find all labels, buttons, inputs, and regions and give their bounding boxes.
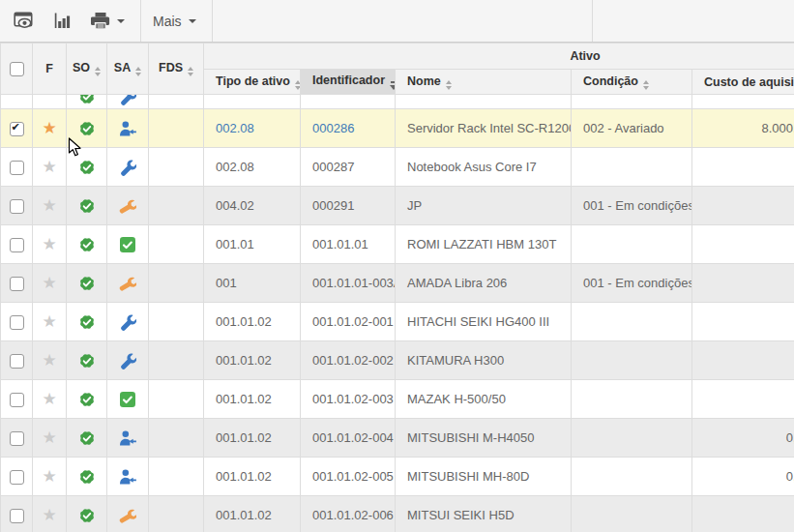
group-header-ativo: Ativo [204,44,794,70]
custo-cell [692,303,794,341]
favorite-star-icon[interactable] [42,196,56,215]
custo-cell [692,264,794,303]
condicao-cell [572,341,692,380]
tipo-cell: 001.01.02 [204,303,301,341]
sort-icon [95,67,101,76]
wrench-icon [119,352,136,369]
table-row[interactable]: 001.01.02 001.01.02-003 MAZAK H-500/50 [1,380,794,419]
mais-dropdown-button[interactable]: Mais [147,8,202,35]
toolbar-separator [212,0,213,42]
nome-cell: AMADA Libra 206 [396,264,572,303]
sort-icon [188,67,193,76]
row-checkbox[interactable] [10,509,24,523]
column-header-fds[interactable]: FDS [149,44,204,95]
condicao-cell: 001 - Em condições [572,264,692,303]
identificador-cell: 000287 [301,148,396,187]
favorite-star-icon[interactable] [42,312,56,331]
column-label: F [45,62,53,75]
column-header-so[interactable]: SO [67,44,107,95]
table-row[interactable]: 002.08 000286 Servidor Rack Intel SC-R12… [1,109,794,148]
row-checkbox[interactable] [10,122,24,136]
chart-button[interactable] [47,6,77,36]
wrench-icon [119,159,136,176]
table-row[interactable]: 004.02 000291 JP 001 - Em condições [1,187,794,225]
seal-check-icon [78,197,96,215]
seal-check-icon [78,313,96,331]
favorite-star-icon[interactable] [42,390,56,408]
condicao-cell [572,148,692,187]
table-row[interactable]: 001.01.02 001.01.02-002 KITAMURA H300 [1,341,794,380]
tipo-cell: 001.01.02 [204,380,301,419]
favorite-star-icon[interactable] [42,351,56,369]
custo-cell [692,341,794,380]
row-checkbox[interactable] [10,431,24,446]
column-header-tipo-de-ativo[interactable]: Tipo de ativo [204,70,301,95]
table-row[interactable]: 001 001.01.01-003A AMADA Libra 206 001 -… [1,264,794,303]
table-row-partial[interactable] [1,95,794,109]
favorite-star-icon[interactable] [42,506,56,524]
custo-cell [692,496,794,532]
identificador-cell: 001.01.02-006 [301,496,396,532]
column-label: FDS [159,61,183,74]
row-checkbox[interactable] [10,354,24,369]
row-checkbox[interactable] [10,277,24,291]
custo-cell [692,380,794,419]
column-header-sa[interactable]: SA [107,44,149,95]
favorite-star-icon[interactable] [42,467,56,486]
table-row[interactable]: 002.08 000287 Notebook Asus Core I7 [1,148,794,187]
print-button[interactable] [85,6,131,36]
condicao-cell [572,419,692,458]
column-header-favorite[interactable]: F [33,44,67,95]
table-row[interactable]: 001.01.02 001.01.02-004 MITSUBISHI M-H40… [1,419,794,458]
row-checkbox[interactable] [10,238,24,252]
condicao-cell [572,496,692,532]
sort-icon [135,67,141,76]
favorite-star-icon[interactable] [42,158,56,176]
row-checkbox[interactable] [10,161,24,175]
column-header-nome[interactable]: Nome [396,70,572,95]
check-square-icon [119,236,136,253]
sort-icon [643,80,649,90]
row-checkbox[interactable] [10,199,24,214]
condicao-cell: 002 - Avariado [572,109,692,148]
user-check-in-icon [119,120,136,137]
favorite-star-icon[interactable] [42,235,56,253]
tipo-cell: 001.01.02 [204,341,301,380]
favorite-star-icon[interactable] [42,274,56,292]
tipo-cell: 002.08 [204,148,301,187]
column-header-condicao[interactable]: Condição [572,70,692,95]
identificador-cell: 001.01.02-002 [301,341,396,380]
view-button[interactable] [8,6,40,36]
table-row[interactable]: 001.01 001.01.01 ROMI LAZZATI HBM 130T [1,225,794,264]
identificador-cell: 001.01.02-003 [301,380,396,419]
tipo-cell: 001.01 [204,225,301,264]
window-eye-icon [14,12,34,30]
nome-cell: JP [396,187,572,225]
seal-check-icon [78,120,96,137]
identificador-link[interactable]: 000286 [312,121,354,135]
bar-chart-icon [53,12,72,30]
table-row[interactable]: 001.01.02 001.01.02-001 HITACHI SEIKI HG… [1,303,794,341]
column-header-identificador[interactable]: Identificador [301,70,396,95]
custo-cell: 0,00 [692,458,794,496]
select-all-header[interactable] [1,44,33,95]
tipo-link[interactable]: 002.08 [216,121,254,135]
tipo-cell: 001.01.02 [204,458,301,496]
wrench-icon [119,275,136,292]
wrench-icon [119,197,136,215]
seal-check-icon [78,429,96,447]
column-header-custo-de-aquisicao[interactable]: Custo de aquisição [692,70,794,95]
sort-icon [446,80,452,90]
favorite-star-icon[interactable] [42,429,56,447]
table-row[interactable]: 001.01.02 001.01.02-005 MITSUBISHI MH-80… [1,458,794,496]
seal-check-icon [78,391,96,408]
chevron-down-icon [189,19,196,23]
table-row[interactable]: 001.01.02 001.01.02-006 MITSUI SEIKI H5D [1,496,794,532]
tipo-cell: 001.01.02 [204,419,301,458]
row-checkbox[interactable] [10,315,24,330]
select-all-checkbox[interactable] [10,62,24,76]
identificador-cell: 000291 [301,187,396,225]
favorite-star-icon[interactable] [42,119,56,137]
row-checkbox[interactable] [10,393,24,407]
row-checkbox[interactable] [10,470,24,485]
